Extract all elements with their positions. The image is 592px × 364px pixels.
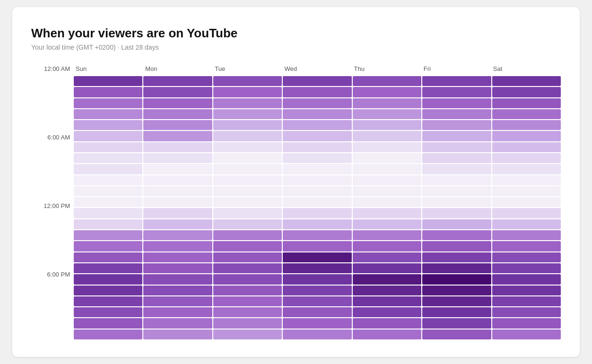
heatmap-cell (353, 153, 421, 163)
heatmap-cell (492, 142, 561, 152)
heatmap-cell (283, 286, 351, 295)
heatmap-cell (492, 307, 561, 317)
heatmap-cell (283, 241, 351, 251)
day-label: Fri (422, 65, 491, 72)
day-label: Tue (213, 65, 282, 72)
heatmap-cell (143, 329, 212, 339)
heatmap-cell (283, 208, 351, 218)
heatmap-cell (422, 274, 491, 284)
heatmap-cell (143, 109, 212, 119)
heatmap-cell (283, 263, 351, 273)
heatmap-cell (422, 263, 491, 273)
heatmap-cell (283, 98, 351, 108)
heatmap-cell (422, 208, 491, 218)
heatmap-cell (213, 307, 282, 317)
heatmap-cell (422, 175, 491, 185)
heatmap-cell (422, 131, 491, 141)
heatmap-cell (143, 120, 212, 130)
heatmap-cell (353, 197, 421, 207)
heatmap-cell (74, 164, 142, 174)
heatmap-cell (283, 142, 351, 152)
heatmap-cell (74, 208, 142, 218)
heatmap-cell (422, 219, 491, 229)
heatmap-cell (353, 109, 421, 119)
heatmap-cell (353, 286, 421, 295)
heatmap-cell (143, 263, 212, 273)
y-axis: 12:00 AM6:00 AM12:00 PM6:00 PM (31, 65, 74, 339)
heatmap-cell (353, 296, 421, 306)
heatmap-cell (283, 131, 351, 141)
heatmap-cell (74, 76, 142, 86)
chart-subtitle: Your local time (GMT +0200) · Last 28 da… (31, 43, 561, 51)
heatmap-cell (74, 175, 142, 185)
heatmap-cell (283, 175, 351, 185)
heatmap-cell (213, 263, 282, 273)
heatmap-cell (283, 230, 351, 240)
heatmap-cell (143, 164, 212, 174)
heatmap-cell (283, 76, 351, 86)
heatmap-cell (213, 120, 282, 130)
day-label: Sat (491, 65, 561, 72)
heatmap-cell (143, 87, 212, 97)
heatmap-cell (492, 120, 561, 130)
heatmap-cell (492, 76, 561, 86)
heatmap-cell (213, 219, 282, 229)
heatmap-cell (353, 98, 421, 108)
heatmap-cell (283, 296, 351, 306)
heatmap-cell (353, 241, 421, 251)
heatmap-cell (74, 329, 142, 339)
heatmap-cell (143, 175, 212, 185)
heatmap-cell (74, 186, 142, 196)
heatmap-cell (74, 131, 142, 141)
heatmap-cell (213, 142, 282, 152)
heatmap-cell (213, 318, 282, 328)
heatmap-cell (213, 241, 282, 251)
heatmap-cell (143, 76, 212, 86)
heatmap-cell (213, 230, 282, 240)
heatmap-cell (353, 76, 421, 86)
heatmap-cell (213, 286, 282, 295)
heatmap-cell (492, 98, 561, 108)
heatmap-cell (422, 142, 491, 152)
heatmap-cell (213, 175, 282, 185)
heatmap-cell (283, 186, 351, 196)
heatmap-cell (213, 252, 282, 262)
heatmap-cell (143, 296, 212, 306)
heatmap-cell (353, 307, 421, 317)
heatmap-cell (492, 263, 561, 273)
heatmap-cell (74, 120, 142, 130)
heatmap-cell (143, 186, 212, 196)
heatmap-cell (213, 87, 282, 97)
heatmap-cell (353, 252, 421, 262)
heatmap-cell (74, 98, 142, 108)
heatmap-cell (353, 120, 421, 130)
heatmap-cell (74, 197, 142, 207)
heatmap-cell (353, 230, 421, 240)
heatmap-cell (422, 76, 491, 86)
heatmap-cell (353, 142, 421, 152)
heatmap-cell (143, 131, 212, 141)
heatmap-cell (422, 329, 491, 339)
heatmap-cell (353, 164, 421, 174)
heatmap-cell (283, 153, 351, 163)
heatmap-cell (353, 274, 421, 284)
heatmap-cell (283, 87, 351, 97)
heatmap-cell (492, 208, 561, 218)
heatmap-cell (422, 120, 491, 130)
heatmap-cell (492, 186, 561, 196)
heatmap-cell (492, 274, 561, 284)
chart-title: When your viewers are on YouTube (31, 26, 561, 41)
heatmap-cell (213, 274, 282, 284)
heatmap-cell (492, 286, 561, 295)
heatmap-cell (422, 241, 491, 251)
heatmap-cell (143, 241, 212, 251)
heatmap-cell (422, 109, 491, 119)
heatmap-cell (143, 230, 212, 240)
heatmap-cell (143, 208, 212, 218)
heatmap-cell (283, 274, 351, 284)
heatmap-cell (492, 164, 561, 174)
heatmap-cell (283, 219, 351, 229)
heatmap-cell (213, 186, 282, 196)
heatmap-cell (213, 329, 282, 339)
heatmap-cell (492, 318, 561, 328)
